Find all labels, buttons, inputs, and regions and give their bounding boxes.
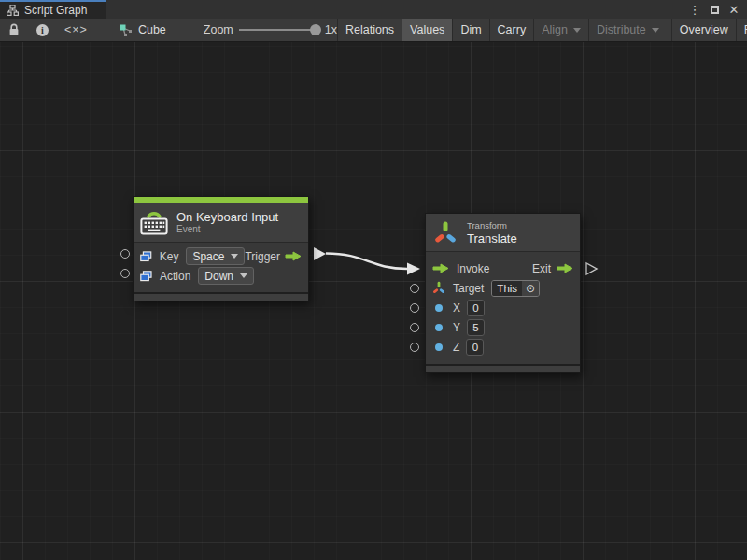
action-port-row: Action Down (134, 266, 308, 286)
event-node-header[interactable]: On Keyboard Input Event (134, 203, 308, 243)
literal-value-icon (140, 271, 152, 282)
tab-label: Script Graph (24, 4, 87, 17)
y-input-port[interactable] (410, 323, 419, 332)
target-input-port[interactable] (410, 284, 419, 293)
action-dropdown-value: Down (204, 270, 233, 283)
target-object-field[interactable]: This ⊙ (491, 280, 540, 297)
lock-icon (8, 23, 20, 36)
chevron-down-icon (231, 254, 238, 259)
window-menu-icon[interactable]: ⋮ (689, 3, 700, 16)
literal-value-icon (140, 251, 152, 262)
y-port-row: Y 5 (426, 317, 580, 337)
translate-node-titles: Transform Translate (467, 220, 517, 245)
graph-toolbar: i <×> Cube Zoom 1x Relations (0, 19, 747, 42)
key-input-port[interactable] (120, 249, 130, 259)
zoom-label: Zoom (204, 23, 233, 36)
zoom-value: 1x (325, 23, 337, 36)
chevron-down-icon (652, 28, 659, 33)
transform-icon (435, 220, 456, 245)
x-port-label: X (453, 301, 460, 315)
invoke-port-label: Invoke (457, 262, 489, 275)
maximize-icon[interactable] (709, 3, 720, 16)
dim-button[interactable]: Dim (453, 19, 488, 41)
z-input-port[interactable] (410, 343, 419, 352)
translate-node-body: Invoke Exit Target This (426, 252, 580, 364)
info-icon: i (36, 24, 49, 36)
node-on-keyboard-input[interactable]: On Keyboard Input Event Key Space Trigge… (133, 196, 309, 301)
target-port-label: Target (453, 282, 484, 295)
node-transform-translate[interactable]: Transform Translate Invoke Exit (425, 213, 581, 373)
x-input-port[interactable] (410, 303, 419, 313)
keyboard-event-icon (140, 209, 168, 235)
values-button[interactable]: Values (402, 19, 452, 41)
align-dropdown[interactable]: Align (534, 19, 588, 41)
key-dropdown-value: Space (192, 250, 224, 263)
node-subtitle: Event (176, 224, 278, 235)
chevron-down-icon (573, 28, 581, 33)
overview-button[interactable]: Overview (672, 19, 736, 41)
graph-hierarchy-icon (7, 5, 19, 16)
node-title: On Keyboard Input (176, 210, 278, 224)
graph-object-label: Cube (138, 23, 166, 36)
target-port-row: Target This ⊙ (426, 278, 580, 298)
event-node-body: Key Space Trigger Action Down (134, 243, 308, 292)
event-node-footer (134, 292, 308, 301)
node-title: Translate (467, 231, 517, 245)
transform-mini-icon (432, 281, 445, 295)
graph-pointer-icon (120, 24, 133, 36)
window-controls: ⋮ ✕ (689, 0, 747, 19)
lock-button[interactable] (0, 19, 28, 41)
invoke-flow-arrow-icon[interactable] (432, 263, 449, 273)
action-input-port[interactable] (120, 269, 130, 278)
z-port-row: Z 0 (426, 337, 580, 357)
key-port-label: Key (160, 250, 179, 263)
x-value-dot-icon (435, 304, 443, 312)
tab-script-graph[interactable]: Script Graph (0, 0, 106, 19)
translate-node-header[interactable]: Transform Translate (426, 214, 580, 252)
translate-node-footer (426, 364, 580, 372)
event-node-titles: On Keyboard Input Event (176, 210, 278, 235)
trigger-port-label: Trigger (245, 250, 280, 263)
info-button[interactable]: i (28, 19, 57, 41)
title-bar: Script Graph ⋮ ✕ (0, 0, 747, 19)
z-port-label: Z (453, 341, 459, 354)
target-object-value: This (492, 281, 522, 296)
carry-button[interactable]: Carry (490, 19, 534, 41)
y-value-dot-icon (435, 324, 443, 331)
exit-port-label: Exit (532, 262, 551, 275)
zoom-slider[interactable] (239, 29, 319, 31)
y-port-label: Y (453, 321, 460, 334)
x-value-input[interactable]: 0 (467, 300, 485, 316)
zoom-control: Zoom 1x (204, 19, 337, 41)
key-dropdown[interactable]: Space (186, 247, 245, 265)
chevron-down-icon (240, 273, 247, 278)
action-port-label: Action (160, 270, 190, 283)
toolbar-toggle-group: Relations Values Dim Carry Align Distrib… (337, 19, 747, 41)
distribute-dropdown[interactable]: Distribute (589, 19, 667, 41)
y-value-input[interactable]: 5 (467, 319, 485, 336)
z-value-input[interactable]: 0 (466, 339, 484, 356)
invoke-exit-row: Invoke Exit (426, 259, 580, 278)
close-icon[interactable]: ✕ (728, 3, 740, 16)
action-dropdown[interactable]: Down (198, 267, 254, 285)
node-kicker: Transform (467, 220, 517, 231)
align-label: Align (542, 23, 568, 36)
z-value-dot-icon (435, 343, 443, 351)
key-port-row: Key Space Trigger (134, 246, 308, 266)
edit-source-button[interactable]: <×> (57, 19, 95, 41)
full-screen-button[interactable]: Full Screen (737, 19, 747, 41)
code-icon: <×> (64, 23, 88, 36)
script-graph-window: Script Graph ⋮ ✕ i <×> (0, 0, 747, 560)
relations-button[interactable]: Relations (338, 19, 402, 41)
zoom-slider-knob[interactable] (310, 24, 321, 35)
exit-flow-arrow-icon[interactable] (557, 263, 573, 273)
distribute-label: Distribute (597, 23, 646, 36)
x-port-row: X 0 (426, 298, 580, 317)
graph-object-chip[interactable]: Cube (112, 19, 174, 41)
graph-canvas[interactable] (0, 42, 747, 560)
object-picker-icon[interactable]: ⊙ (522, 281, 539, 296)
trigger-flow-arrow-icon[interactable] (285, 251, 302, 261)
